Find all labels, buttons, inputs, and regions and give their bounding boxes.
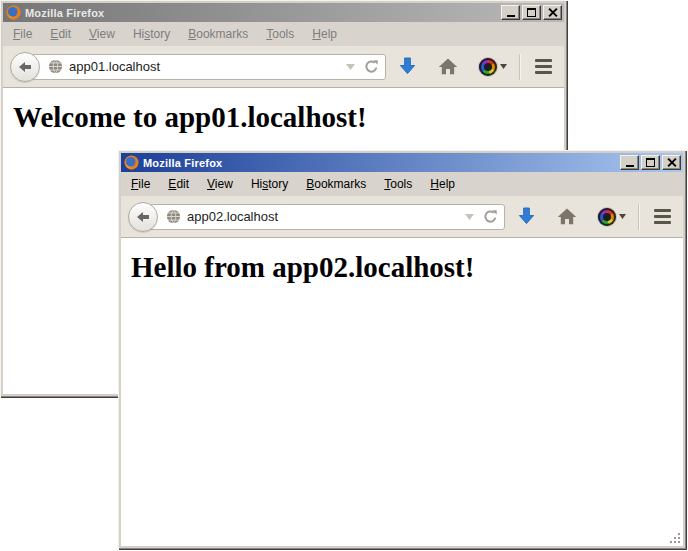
minimize-button[interactable]	[501, 5, 520, 20]
window-title: Mozilla Firefox	[25, 7, 501, 19]
chevron-down-icon	[500, 64, 507, 69]
addon-dropdown-button[interactable]	[500, 64, 507, 69]
url-bar[interactable]: app01.localhost	[31, 54, 386, 80]
globe-icon[interactable]	[166, 209, 181, 224]
menu-item-bookmarks[interactable]: Bookmarks	[297, 174, 375, 194]
menu-panel-button[interactable]	[654, 209, 671, 224]
firefox-icon	[6, 5, 21, 20]
close-icon	[548, 8, 557, 17]
window-title: Mozilla Firefox	[143, 157, 620, 169]
downloads-button[interactable]	[518, 207, 535, 226]
reload-icon	[364, 59, 379, 74]
hamburger-icon	[654, 209, 671, 212]
maximize-button[interactable]	[641, 155, 660, 170]
hamburger-icon	[535, 59, 552, 62]
url-text[interactable]: app02.localhost	[187, 209, 461, 224]
menu-item-edit[interactable]: Edit	[159, 174, 198, 194]
menu-item-file[interactable]: File	[122, 174, 159, 194]
toolbar-separator	[519, 54, 520, 80]
menu-item-history[interactable]: History	[124, 24, 179, 44]
toolbar-separator	[638, 204, 639, 230]
back-button[interactable]	[10, 52, 40, 82]
downloads-button[interactable]	[399, 57, 416, 76]
addon-dropdown-button[interactable]	[619, 214, 626, 219]
reload-icon	[483, 209, 498, 224]
menu-item-help[interactable]: Help	[303, 24, 346, 44]
home-button[interactable]	[438, 58, 458, 75]
close-button[interactable]	[662, 155, 681, 170]
menu-item-view[interactable]: View	[80, 24, 124, 44]
window-controls	[620, 155, 681, 170]
download-icon	[518, 207, 535, 226]
globe-icon[interactable]	[48, 59, 63, 74]
color-wheel-icon	[479, 58, 497, 76]
page-heading: Hello from app02.localhost!	[131, 251, 683, 284]
chevron-down-icon	[465, 214, 474, 220]
titlebar[interactable]: Mozilla Firefox	[3, 3, 564, 22]
navigation-toolbar: app01.localhost	[3, 46, 564, 88]
menu-item-history[interactable]: History	[242, 174, 297, 194]
menu-bar: File Edit View History Bookmarks Tools H…	[3, 22, 564, 46]
window-controls	[501, 5, 562, 20]
firefox-window-app02: Mozilla Firefox File Edit View History B…	[118, 150, 686, 549]
titlebar[interactable]: Mozilla Firefox	[121, 153, 683, 172]
download-icon	[399, 57, 416, 76]
url-dropdown-button[interactable]	[465, 214, 474, 220]
menu-item-bookmarks[interactable]: Bookmarks	[179, 24, 257, 44]
color-wheel-icon	[598, 208, 616, 226]
minimize-button[interactable]	[620, 155, 639, 170]
menu-item-view[interactable]: View	[198, 174, 242, 194]
menu-item-file[interactable]: File	[4, 24, 41, 44]
back-arrow-icon	[18, 61, 32, 73]
close-button[interactable]	[543, 5, 562, 20]
url-dropdown-button[interactable]	[346, 64, 355, 70]
resize-grip[interactable]	[668, 531, 681, 544]
reload-button[interactable]	[364, 59, 379, 74]
desktop: Mozilla Firefox File Edit View History B…	[0, 0, 688, 551]
menu-item-tools[interactable]: Tools	[375, 174, 421, 194]
navigation-toolbar: app02.localhost	[121, 196, 683, 238]
menu-item-edit[interactable]: Edit	[41, 24, 80, 44]
close-icon	[667, 158, 676, 167]
chevron-down-icon	[619, 214, 626, 219]
url-text[interactable]: app01.localhost	[69, 59, 342, 74]
page-heading: Welcome to app01.localhost!	[13, 101, 564, 134]
home-button[interactable]	[557, 208, 577, 225]
menu-item-tools[interactable]: Tools	[257, 24, 303, 44]
menu-panel-button[interactable]	[535, 59, 552, 74]
addon-button[interactable]	[479, 58, 497, 76]
back-arrow-icon	[136, 211, 150, 223]
page-content-app02: Hello from app02.localhost!	[121, 238, 683, 546]
maximize-icon	[527, 8, 536, 17]
addon-button[interactable]	[598, 208, 616, 226]
firefox-icon	[124, 155, 139, 170]
minimize-icon	[507, 15, 515, 17]
menu-item-help[interactable]: Help	[421, 174, 464, 194]
maximize-icon	[646, 158, 655, 167]
minimize-icon	[626, 165, 634, 167]
back-button[interactable]	[128, 202, 158, 232]
url-bar[interactable]: app02.localhost	[149, 204, 505, 230]
menu-bar: File Edit View History Bookmarks Tools H…	[121, 172, 683, 196]
chevron-down-icon	[346, 64, 355, 70]
maximize-button[interactable]	[522, 5, 541, 20]
home-icon	[438, 58, 458, 75]
reload-button[interactable]	[483, 209, 498, 224]
home-icon	[557, 208, 577, 225]
